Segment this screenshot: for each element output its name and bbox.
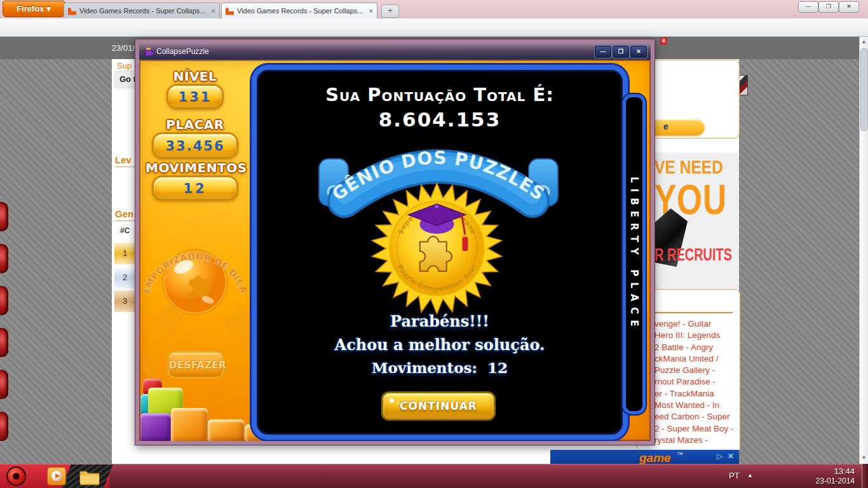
dock-skull-icon[interactable] xyxy=(0,370,8,399)
game-block-orange[interactable] xyxy=(208,419,245,441)
dialog-total-score: 8.604.153 xyxy=(257,108,623,131)
ad-trademark: TM xyxy=(677,452,683,456)
game-link[interactable]: ckMania United / xyxy=(654,353,737,365)
page-background-left xyxy=(0,59,112,464)
score-value: 33.456 xyxy=(152,132,238,159)
go-to-label: Go t xyxy=(119,74,136,84)
dialog-heading: Sua Pontuação Total É: xyxy=(257,84,623,105)
game-window-icon xyxy=(144,46,153,56)
browser-tab-1[interactable]: Video Games Records - Super Collaps... × xyxy=(64,3,220,18)
browser-tab-2[interactable]: Video Games Records - Super Collaps... × xyxy=(221,3,377,18)
window-close-button[interactable]: ✕ xyxy=(839,1,859,13)
header-date: 23/01/ xyxy=(89,43,135,53)
general-heading: Gen xyxy=(115,208,138,221)
liberty-place-label: LIBERTY PLACE xyxy=(628,177,640,332)
taskbar: e S PT ▲ xyxy=(0,464,868,488)
dock-skull-icon[interactable] xyxy=(0,412,8,441)
moves-text: Movimentos: 12 xyxy=(257,359,623,376)
congrats-text: Parabéns!!! xyxy=(257,312,623,330)
game-content: NÍVEL 131 PLACAR 33.456 MOVIMENTOS 12 TE… xyxy=(139,60,651,441)
game-link[interactable]: 2 - Super Meat Boy - xyxy=(654,423,737,435)
leaderboard-row-1[interactable]: 1 xyxy=(114,243,135,264)
puzzle-piece xyxy=(420,236,452,271)
game-link[interactable]: Puzzle Gallery - xyxy=(654,365,737,376)
new-tab-button[interactable]: + xyxy=(381,4,399,18)
language-indicator[interactable]: PT xyxy=(729,471,740,480)
game-link[interactable]: Most Wanted - In xyxy=(654,400,737,411)
notification-badge: 6 xyxy=(660,37,667,44)
game-link[interactable]: venge! - Guitar xyxy=(654,318,737,330)
rank-column-header: #C xyxy=(120,226,130,235)
recruit-poster: VE NEED YOU R RECRUITS xyxy=(654,152,739,289)
hint-timer-ball[interactable]: TEMPORIZADOR DE DICAS xyxy=(144,226,246,318)
tray-expand-icon[interactable]: ▲ xyxy=(747,472,753,478)
liberty-place-tab[interactable]: LIBERTY PLACE xyxy=(623,94,646,414)
game-link[interactable]: Hero III: Legends xyxy=(654,330,737,341)
game-link[interactable]: rnout Paradise - xyxy=(654,376,737,388)
window-minimize-button[interactable]: — xyxy=(798,1,818,13)
game-title-bar[interactable]: CollapsePuzzle — ❐ ✕ xyxy=(139,43,651,60)
leaderboard-row-3[interactable]: 3 xyxy=(114,290,135,312)
list-divider xyxy=(644,312,733,313)
game-link[interactable]: rystal Mazes - xyxy=(654,435,737,446)
solution-text: Achou a melhor solução. xyxy=(257,336,623,354)
game-link[interactable]: er - TrackMania xyxy=(654,388,737,400)
score-dialog: Sua Pontuação Total É: 8.604.153 GÊNIO D… xyxy=(252,65,628,440)
clock-time[interactable]: 13:44 xyxy=(815,466,855,476)
tab-close-icon[interactable]: × xyxy=(369,7,373,15)
dock-skull-icon[interactable] xyxy=(0,328,8,357)
browser-tab-bar: Firefox ▾ Video Games Records - Super Co… xyxy=(0,0,868,18)
tab-close-icon[interactable]: × xyxy=(212,7,215,15)
vgr-favicon xyxy=(226,7,234,15)
screen: Firefox ▾ Video Games Records - Super Co… xyxy=(0,0,868,488)
dock-skull-icon[interactable] xyxy=(0,244,8,273)
vgr-favicon xyxy=(68,7,76,15)
page-background-right xyxy=(739,59,859,464)
breadcrumb-link[interactable]: Sup xyxy=(117,61,132,71)
game-block-purple[interactable] xyxy=(140,413,171,441)
challenge-button-label: e xyxy=(663,121,668,132)
explorer-folder-button[interactable] xyxy=(79,467,100,486)
score-label: PLACAR xyxy=(157,117,233,132)
level-heading: Lev xyxy=(115,154,138,167)
game-link[interactable]: 2 Battle - Angry xyxy=(654,342,737,353)
start-button[interactable] xyxy=(6,466,26,486)
game-window: CollapsePuzzle — ❐ ✕ NÍVEL 131 PLACAR 33… xyxy=(135,39,654,445)
scroll-down-icon[interactable]: ▼ xyxy=(861,455,867,461)
browser-nav-bar: ← www.vgr-fr.com/Super-Collapse-Puzzle-G… xyxy=(0,18,868,37)
decor-diamond xyxy=(140,356,163,380)
level-label: NÍVEL xyxy=(157,69,233,84)
show-desktop-button[interactable] xyxy=(862,464,868,488)
ad-banner[interactable]: game TM ▷ ✕ xyxy=(550,449,739,464)
clock-date[interactable]: 23-01-2014 xyxy=(804,477,855,485)
poster-line-1: VE NEED xyxy=(654,156,723,178)
leaderboard-row-2[interactable]: 2 xyxy=(114,267,135,288)
poster-line-3: R RECRUITS xyxy=(654,245,732,265)
media-player-button[interactable] xyxy=(47,467,66,485)
ad-close-icon[interactable]: ✕ xyxy=(728,452,734,461)
challenge-button[interactable]: e xyxy=(646,119,705,135)
puzzle-genius-medal: Super Puzzle Collapse Puzzle Competition… xyxy=(369,182,505,315)
game-block-orange[interactable] xyxy=(171,408,208,441)
continue-button[interactable]: CONTINUAR xyxy=(381,391,496,421)
adchoices-icon[interactable]: ▷ xyxy=(717,452,722,461)
undo-button[interactable]: DESFAZER xyxy=(167,351,224,379)
firefox-menu-button[interactable]: Firefox ▾ xyxy=(3,1,65,17)
ad-brand: game xyxy=(639,451,671,464)
window-maximize-button[interactable]: ❐ xyxy=(818,1,839,13)
scroll-up-icon[interactable]: ▲ xyxy=(861,39,867,44)
moves-value: 12 xyxy=(152,175,238,201)
game-minimize-button[interactable]: — xyxy=(595,46,611,58)
dock-skull-icon[interactable] xyxy=(0,286,8,315)
game-close-button[interactable]: ✕ xyxy=(630,46,647,58)
tab-title: Video Games Records - Super Collaps... xyxy=(79,7,209,15)
scrollbar-thumb[interactable] xyxy=(860,48,868,131)
moves-label: MOVIMENTOS xyxy=(146,160,245,175)
game-window-title: CollapsePuzzle xyxy=(156,47,209,56)
dock-skull-icon[interactable] xyxy=(0,202,8,231)
tab-title: Video Games Records - Super Collaps... xyxy=(237,7,367,15)
game-link[interactable]: eed Carbon - Super xyxy=(654,411,737,423)
games-link-list: venge! - Guitar Hero III: Legends 2 Batt… xyxy=(654,318,737,446)
level-value: 131 xyxy=(166,84,224,109)
game-maximize-button[interactable]: ❐ xyxy=(613,46,629,58)
